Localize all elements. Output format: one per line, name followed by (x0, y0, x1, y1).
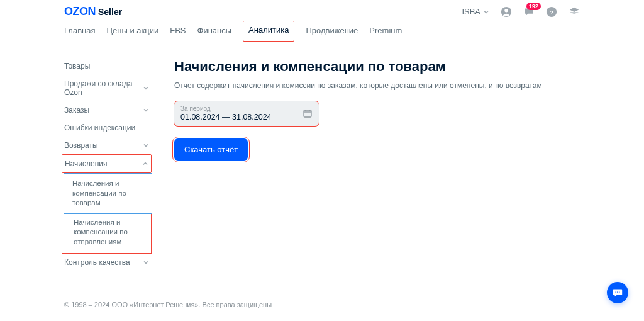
chevron-down-icon (143, 85, 149, 91)
calendar-icon (303, 108, 313, 118)
svg-text:?: ? (550, 8, 553, 15)
svg-point-10 (619, 291, 620, 293)
sidebar-item-label: Товары (64, 62, 90, 70)
sidebar-item-label: Заказы (64, 106, 89, 115)
tab-home[interactable]: Главная (64, 21, 95, 43)
chevron-down-icon (143, 107, 149, 113)
sidebar-item-returns[interactable]: Возвраты (64, 137, 149, 154)
sidebar-sub-accruals-products[interactable]: Начисления и компенсации по товарам (64, 173, 152, 214)
svg-rect-4 (304, 110, 311, 117)
support-fab[interactable] (607, 282, 628, 303)
apps-icon[interactable] (569, 6, 580, 18)
footer: © 1998 – 2024 ООО «Интернет Решения». Вс… (58, 301, 586, 308)
sidebar-item-sales-ozon[interactable]: Продажи со склада Ozon (64, 75, 149, 101)
sidebar-item-label: Начисления (65, 159, 108, 168)
sidebar-item-label: Ошибки индексации (64, 123, 135, 132)
footer-divider (58, 293, 586, 293)
period-picker[interactable]: За период 01.08.2024 — 31.08.2024 (174, 101, 319, 126)
chevron-up-icon (142, 160, 148, 167)
account-picker[interactable]: ISBA (462, 7, 489, 16)
sidebar-accruals-subgroup: Начисления и компенсации по товарам Начи… (62, 173, 152, 254)
tab-premium[interactable]: Premium (369, 21, 402, 43)
sidebar-item-index-errors[interactable]: Ошибки индексации (64, 119, 149, 137)
sidebar-item-label: Возвраты (64, 141, 98, 150)
sidebar-item-label: Контроль качества (64, 258, 130, 267)
sidebar-item-label: Продажи со склада Ozon (64, 79, 143, 97)
period-label: За период (180, 105, 272, 112)
user-icon[interactable] (501, 6, 512, 18)
help-icon[interactable]: ? (546, 6, 557, 18)
chat-icon[interactable]: 192 (523, 6, 535, 18)
tab-fbs[interactable]: FBS (170, 21, 186, 43)
nav-tabs: Главная Цены и акции FBS Финансы Аналити… (64, 21, 580, 43)
sidebar: Товары Продажи со склада Ozon Заказы Оши… (64, 57, 149, 271)
svg-point-1 (504, 9, 508, 12)
chevron-down-icon (143, 259, 149, 266)
notification-badge: 192 (526, 3, 541, 10)
chevron-down-icon (483, 9, 489, 15)
logo-suffix: Seller (98, 7, 122, 17)
header-right: ISBA 192 ? (462, 6, 580, 18)
header: OZON Seller ISBA 192 ? (64, 0, 580, 21)
tab-analytics[interactable]: Аналитика (243, 21, 294, 42)
logo-brand: OZON (64, 5, 96, 18)
chevron-down-icon (143, 142, 149, 149)
sidebar-item-products[interactable]: Товары (64, 57, 149, 75)
copyright-text: © 1998 – 2024 ООО «Интернет Решения». Вс… (64, 301, 272, 308)
tab-prices[interactable]: Цены и акции (106, 21, 158, 43)
sidebar-item-quality[interactable]: Контроль качества (64, 254, 149, 271)
logo[interactable]: OZON Seller (64, 5, 122, 18)
main-content: Начисления и компенсации по товарам Отче… (174, 57, 580, 271)
period-value: 01.08.2024 — 31.08.2024 (180, 113, 272, 121)
sidebar-sub-accruals-shipments[interactable]: Начисления и компенсации по отправлениям (65, 214, 148, 251)
tab-finance[interactable]: Финансы (197, 21, 232, 43)
svg-point-8 (615, 291, 616, 293)
tab-promotion[interactable]: Продвижение (306, 21, 358, 43)
account-name: ISBA (462, 7, 480, 16)
svg-point-9 (617, 291, 618, 293)
download-button[interactable]: Скачать отчёт (174, 138, 248, 160)
sidebar-item-accruals[interactable]: Начисления (62, 154, 152, 173)
page-description: Отчет содержит начисления и комиссии по … (174, 81, 580, 90)
page-title: Начисления и компенсации по товарам (174, 59, 580, 75)
sidebar-item-orders[interactable]: Заказы (64, 101, 149, 119)
